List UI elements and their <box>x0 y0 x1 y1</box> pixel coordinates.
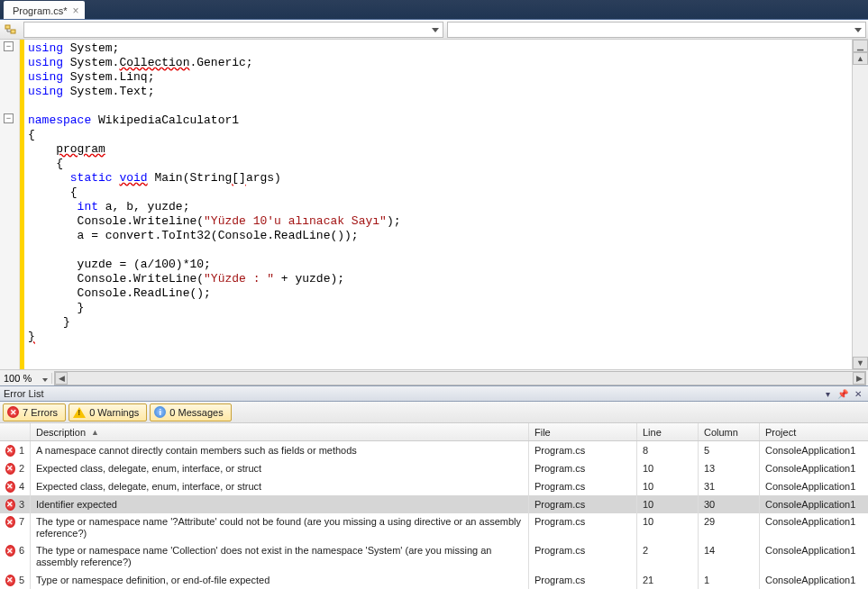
code-token: Console.WriteLine( <box>28 272 204 285</box>
code-token: "Yüzde 10'u alınacak Sayı" <box>204 214 387 228</box>
error-project: ConsoleApplication1 <box>760 542 868 571</box>
col-description-header[interactable]: Description▲ <box>31 423 529 440</box>
error-file: Program.cs <box>529 477 637 495</box>
code-token: System.Text; <box>63 85 154 98</box>
error-list-header: Error List ▾ 📌 ✕ <box>0 385 868 402</box>
error-description: Expected class, delegate, enum, interfac… <box>31 459 529 477</box>
info-icon: i <box>154 406 166 418</box>
messages-filter-button[interactable]: i 0 Messages <box>150 403 231 421</box>
error-file: Program.cs <box>529 542 637 571</box>
code-token: int <box>78 200 98 213</box>
code-token: using <box>28 70 63 84</box>
col-file-header[interactable]: File <box>529 423 637 440</box>
error-line: 2 <box>637 542 699 571</box>
code-token: { <box>28 157 63 170</box>
error-row[interactable]: ✕5Type or namespace definition, or end-o… <box>0 571 868 589</box>
vertical-scrollbar[interactable]: ▁ ▲ ▼ <box>852 40 868 369</box>
error-row[interactable]: ✕2Expected class, delegate, enum, interf… <box>0 459 868 477</box>
error-icon: ✕ <box>5 499 15 511</box>
error-description: The type or namespace name '?Attribute' … <box>31 513 529 542</box>
code-token: program <box>56 142 105 156</box>
error-project: ConsoleApplication1 <box>760 477 868 495</box>
error-column: 1 <box>699 571 760 589</box>
col-label: Project <box>765 427 796 438</box>
code-token: Console.Writeline( <box>28 214 204 228</box>
errors-filter-button[interactable]: ✕ 7 Errors <box>3 403 66 421</box>
pin-icon[interactable]: 📌 <box>836 387 849 400</box>
errors-count-label: 7 Errors <box>23 407 58 418</box>
document-tab[interactable]: Program.cs* × <box>4 1 85 19</box>
error-row[interactable]: ✕1A namespace cannot directly contain me… <box>0 441 868 459</box>
code-token: } <box>28 301 84 314</box>
error-row[interactable]: ✕7The type or namespace name '?Attribute… <box>0 513 868 542</box>
close-icon[interactable]: × <box>73 5 79 16</box>
error-icon: ✕ <box>5 445 15 457</box>
error-project: ConsoleApplication1 <box>760 513 868 542</box>
window-menu-icon[interactable]: ▾ <box>821 387 834 400</box>
error-row[interactable]: ✕6The type or namespace name 'Collection… <box>0 542 868 571</box>
error-row[interactable]: ✕3Identifier expectedProgram.cs1030Conso… <box>0 495 868 513</box>
error-column: 30 <box>699 495 760 513</box>
editor-footer: 100 % ◀ ▶ <box>0 369 868 385</box>
col-column-header[interactable]: Column <box>699 423 760 440</box>
code-editor[interactable]: − − using System; using System.Collectio… <box>0 40 868 369</box>
code-content[interactable]: using System; using System.Collection.Ge… <box>24 40 852 369</box>
navigation-bar <box>0 20 868 40</box>
col-label: Description <box>36 427 86 438</box>
close-panel-icon[interactable]: ✕ <box>852 387 864 400</box>
error-project: ConsoleApplication1 <box>760 495 868 513</box>
scroll-down-icon[interactable]: ▼ <box>853 357 868 369</box>
code-token: System.Linq; <box>63 70 154 84</box>
error-column: 31 <box>699 477 760 495</box>
error-row[interactable]: ✕4Expected class, delegate, enum, interf… <box>0 477 868 495</box>
error-file: Program.cs <box>529 459 637 477</box>
svg-rect-1 <box>11 30 15 33</box>
code-token: args) <box>246 171 281 185</box>
col-project-header[interactable]: Project <box>760 423 868 440</box>
zoom-combo[interactable]: 100 % <box>0 373 52 384</box>
member-selector-combo[interactable] <box>447 22 867 38</box>
col-label: File <box>535 427 551 438</box>
scroll-up-icon[interactable]: ▲ <box>853 52 868 65</box>
scroll-left-icon[interactable]: ◀ <box>55 372 68 385</box>
code-token: a = convert.ToInt32(Console.ReadLine()); <box>28 229 359 242</box>
error-column: 13 <box>699 459 760 477</box>
code-token: static <box>70 171 113 185</box>
row-number: 4 <box>19 481 24 492</box>
scroll-right-icon[interactable]: ▶ <box>853 372 865 385</box>
type-selector-combo[interactable] <box>23 22 443 38</box>
outline-toggle-icon[interactable]: − <box>4 41 14 51</box>
col-line-header[interactable]: Line <box>637 423 699 440</box>
warnings-count-label: 0 Warnings <box>89 407 139 418</box>
error-line: 10 <box>637 459 699 477</box>
code-token: .Generic; <box>189 56 252 69</box>
code-token: void <box>119 171 147 185</box>
error-grid-header: Description▲ File Line Column Project <box>0 423 868 441</box>
error-description: Identifier expected <box>31 495 529 513</box>
nav-scope-icon[interactable] <box>2 22 20 38</box>
code-token: yuzde = (a/100)*10; <box>28 258 211 271</box>
error-icon: ✕ <box>7 406 19 418</box>
code-token: "Yüzde : " <box>204 272 274 285</box>
code-token: + yuzde); <box>274 272 344 285</box>
error-line: 8 <box>637 441 699 459</box>
warnings-filter-button[interactable]: 0 Warnings <box>69 403 147 421</box>
error-column: 14 <box>699 542 760 571</box>
split-handle-icon[interactable]: ▁ <box>853 40 868 52</box>
code-token: System. <box>63 56 119 69</box>
error-line: 10 <box>637 513 699 542</box>
error-line: 10 <box>637 477 699 495</box>
col-label: Line <box>643 427 662 438</box>
error-description: Type or namespace definition, or end-of-… <box>31 571 529 589</box>
code-token: using <box>28 56 63 69</box>
col-label: Column <box>704 427 738 438</box>
col-index-header[interactable] <box>0 423 31 440</box>
row-number: 5 <box>19 575 24 585</box>
tab-title: Program.cs* <box>13 5 68 16</box>
row-number: 7 <box>19 516 24 527</box>
error-column: 5 <box>699 441 760 459</box>
row-number: 2 <box>19 463 24 474</box>
error-file: Program.cs <box>529 495 637 513</box>
outline-toggle-icon[interactable]: − <box>4 113 14 123</box>
horizontal-scrollbar[interactable]: ◀ ▶ <box>54 371 866 385</box>
